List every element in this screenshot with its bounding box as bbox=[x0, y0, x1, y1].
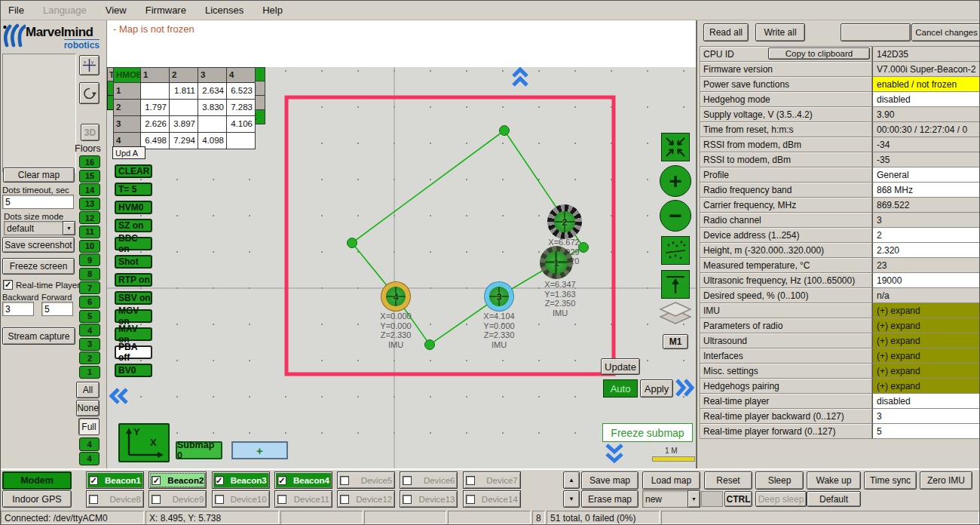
ctrl-button[interactable]: CTRL bbox=[724, 491, 752, 507]
time-sync-button[interactable]: Time sync bbox=[864, 471, 917, 490]
auto-button[interactable]: Auto bbox=[603, 379, 638, 398]
device-checkbox[interactable] bbox=[152, 495, 161, 504]
beacon-1[interactable]: 1 bbox=[540, 246, 573, 279]
device-checkbox[interactable] bbox=[340, 476, 349, 485]
device-checkbox[interactable] bbox=[277, 476, 286, 485]
floor-number-button[interactable]: 3 bbox=[79, 338, 100, 351]
floor-number-button[interactable]: 12 bbox=[79, 211, 100, 224]
setting-value[interactable]: n/a bbox=[872, 288, 980, 303]
map-tool-button[interactable]: HVM0 bbox=[115, 201, 152, 214]
chevron-down-icon[interactable] bbox=[63, 221, 75, 235]
reset-button[interactable]: Reset bbox=[704, 471, 752, 490]
save-map-button[interactable]: Save map bbox=[581, 471, 639, 490]
floor-number-button[interactable]: 15 bbox=[79, 170, 100, 183]
floor-number-button[interactable]: 2 bbox=[79, 352, 100, 364]
zoom-in-button[interactable]: + bbox=[660, 165, 691, 197]
copy-to-clipboard-button[interactable]: Copy to clipboard bbox=[768, 48, 870, 60]
floor-number-button[interactable]: 13 bbox=[79, 198, 100, 210]
setting-value[interactable]: (+) expand bbox=[872, 348, 980, 364]
map-tool-button[interactable]: T= 5 bbox=[115, 183, 152, 196]
device-tab[interactable]: Beacon3 bbox=[212, 471, 270, 489]
floor-number-button[interactable]: 6 bbox=[79, 296, 100, 309]
modem-tab[interactable]: Modem bbox=[2, 471, 72, 490]
device-checkbox[interactable] bbox=[215, 495, 224, 504]
menu-item[interactable]: View bbox=[106, 5, 127, 16]
device-tab[interactable]: Device11 bbox=[274, 490, 332, 508]
map-tool-button[interactable]: SZ on bbox=[115, 219, 152, 232]
device-tab[interactable]: Beacon1 bbox=[86, 471, 144, 489]
setting-value[interactable]: 3.90 bbox=[872, 107, 980, 122]
device-checkbox[interactable] bbox=[340, 495, 349, 504]
device-checkbox[interactable] bbox=[403, 476, 412, 485]
zero-imu-button[interactable]: Zero IMU bbox=[920, 471, 972, 490]
menu-item[interactable]: Licenses bbox=[205, 5, 243, 16]
map-tool-button[interactable]: PBA off bbox=[115, 345, 152, 359]
setting-value[interactable]: -35 bbox=[872, 152, 980, 167]
device-checkbox[interactable] bbox=[403, 495, 412, 504]
level-up-button[interactable] bbox=[661, 270, 690, 299]
map-canvas[interactable]: HMOB1234 1 1.811 2.634 6.523 2 1.797 3.8… bbox=[106, 67, 696, 468]
device-checkbox[interactable] bbox=[152, 476, 161, 485]
setting-value[interactable]: 00:00:30 / 12:27:04 / 0 bbox=[872, 122, 980, 137]
device-checkbox[interactable] bbox=[89, 495, 98, 504]
fit-to-screen-button[interactable] bbox=[661, 133, 690, 161]
deep-sleep-button[interactable]: Deep sleep bbox=[755, 491, 807, 507]
backward-input[interactable] bbox=[2, 302, 34, 316]
axis-orientation-button[interactable]: Y X bbox=[118, 423, 170, 462]
setting-value[interactable]: disabled bbox=[872, 394, 980, 409]
update-button[interactable]: Update bbox=[601, 358, 640, 375]
device-checkbox[interactable] bbox=[466, 476, 475, 485]
device-checkbox[interactable] bbox=[277, 495, 286, 504]
floor-number-button[interactable]: 7 bbox=[79, 281, 100, 294]
setting-value[interactable]: (+) expand bbox=[872, 379, 980, 394]
xy-view-button[interactable]: xy bbox=[79, 55, 100, 75]
setting-value[interactable]: 2.320 bbox=[872, 243, 980, 258]
device-tab[interactable]: Device14 bbox=[463, 490, 521, 508]
device-tab[interactable]: Beacon4 bbox=[274, 471, 332, 489]
floor-number-button[interactable]: 8 bbox=[79, 268, 100, 281]
realtime-player-checkbox[interactable] bbox=[3, 280, 13, 290]
setting-value[interactable]: disabled bbox=[872, 92, 980, 107]
submap-0-button[interactable]: Submap 0 bbox=[176, 441, 222, 459]
zoom-out-button[interactable]: − bbox=[660, 200, 691, 232]
floors-none-button[interactable]: None bbox=[76, 400, 100, 416]
clear-map-button[interactable]: Clear map bbox=[3, 167, 75, 183]
device-tab[interactable]: Device12 bbox=[337, 490, 395, 508]
device-tab[interactable]: Device6 bbox=[400, 471, 458, 489]
map-tool-button[interactable]: SBV on bbox=[115, 291, 152, 305]
dots-display-button[interactable] bbox=[661, 236, 690, 265]
setting-value[interactable]: V7.000i Super-Beacon-2 bbox=[872, 62, 980, 77]
map-tool-button[interactable]: RTP on bbox=[115, 273, 152, 287]
cpu-id-value[interactable]: 142D35 bbox=[872, 47, 980, 62]
floor-number-button[interactable]: 1 bbox=[79, 366, 100, 379]
setting-value[interactable]: 869.522 bbox=[872, 198, 980, 213]
freeze-screen-button[interactable]: Freeze screen bbox=[2, 258, 75, 275]
beacon-2[interactable]: 2 bbox=[547, 204, 582, 239]
floors-full-button[interactable]: Full bbox=[78, 418, 100, 435]
device-tab[interactable]: Device5 bbox=[337, 471, 395, 489]
collapse-left-icon[interactable] bbox=[109, 387, 130, 407]
setting-value[interactable]: General bbox=[872, 167, 980, 183]
setting-value[interactable]: 23 bbox=[872, 258, 980, 273]
setting-value[interactable]: 2 bbox=[872, 228, 980, 243]
map-tool-button[interactable]: MAV on bbox=[115, 327, 152, 341]
beacon-3[interactable]: 3 bbox=[485, 282, 513, 311]
setting-value[interactable]: (+) expand bbox=[872, 318, 980, 333]
device-tab[interactable]: Device9 bbox=[149, 490, 207, 508]
menu-item[interactable]: Firmware bbox=[145, 5, 186, 16]
forward-input[interactable] bbox=[41, 302, 73, 316]
menu-item[interactable]: Language bbox=[43, 5, 87, 16]
m1-button[interactable]: M1 bbox=[663, 334, 688, 349]
save-screenshot-button[interactable]: Save screenshot bbox=[2, 237, 75, 253]
setting-value[interactable]: (+) expand bbox=[872, 333, 980, 348]
freeze-submap-button[interactable]: Freeze submap bbox=[602, 423, 693, 442]
floor-quick-button-b[interactable]: 4 bbox=[79, 452, 100, 465]
rotate-view-button[interactable] bbox=[79, 82, 100, 104]
blank-button[interactable] bbox=[841, 23, 911, 41]
stream-capture-button[interactable]: Stream capture bbox=[2, 327, 75, 345]
device-checkbox[interactable] bbox=[89, 476, 98, 485]
read-all-button[interactable]: Read all bbox=[703, 23, 749, 41]
dots-size-select[interactable]: default bbox=[4, 221, 75, 235]
setting-value[interactable]: (+) expand bbox=[872, 364, 980, 379]
floor-number-button[interactable]: 9 bbox=[79, 253, 100, 266]
